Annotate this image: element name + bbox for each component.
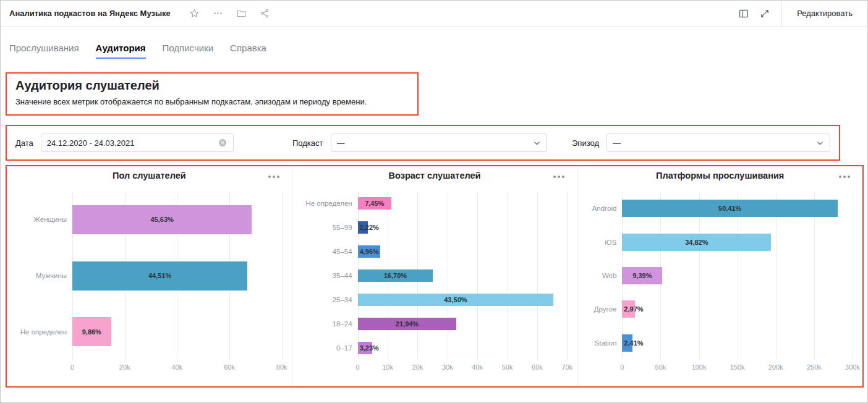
split-view-icon[interactable] [738, 8, 749, 19]
category-label: Мужчины [7, 248, 72, 304]
axis-tick-label: 50k [655, 363, 666, 371]
star-icon[interactable] [189, 8, 200, 19]
dashboard-page: Аналитика подкастов на Яндекс Музыке [0, 0, 868, 403]
episode-filter: Эпизод — [572, 134, 830, 152]
bar[interactable] [358, 294, 553, 306]
edit-area: Редактировать [781, 1, 867, 27]
plot-area: 45,63%44,51%9,86% [72, 192, 282, 360]
page-title: Аналитика подкастов на Яндекс Музыке [9, 9, 171, 18]
gridline [853, 192, 853, 360]
bar-row: 2,97% [622, 292, 853, 326]
axis-tick-label: 30k [442, 363, 453, 371]
episode-filter-label: Эпизод [572, 138, 599, 148]
bar[interactable] [622, 267, 662, 284]
axis-tick-label: 80k [276, 363, 287, 371]
chevron-down-icon [533, 139, 541, 147]
charts-section: Пол слушателей ЖенщиныМужчиныНе определе… [6, 165, 864, 388]
ellipsis-menu-icon[interactable] [838, 173, 851, 180]
edit-button[interactable]: Редактировать [797, 9, 853, 18]
bar[interactable] [622, 234, 771, 251]
bar-row: 2,22% [358, 216, 568, 240]
axis-tick-label: 250k [807, 363, 822, 371]
axis-tick-label: 20k [119, 363, 130, 371]
bar[interactable] [622, 300, 634, 318]
date-range-input[interactable]: 24.12.2020 - 24.03.2021 [41, 134, 234, 152]
axis-tick-label: 60k [532, 363, 543, 371]
value-axis: 010k20k30k40k50k60k70k [358, 360, 568, 375]
bar[interactable] [72, 205, 252, 234]
tab-help[interactable]: Справка [230, 43, 266, 59]
category-label: Не определен [292, 192, 358, 216]
bar-row: 43,50% [358, 287, 568, 312]
header-actions-left [189, 8, 270, 19]
axis-tick-label: 100k [692, 363, 707, 371]
axis-tick-label: 200k [768, 363, 783, 371]
bar[interactable] [358, 245, 380, 258]
fullscreen-icon[interactable] [759, 8, 770, 19]
more-icon[interactable] [213, 8, 223, 19]
top-bar: Аналитика подкастов на Яндекс Музыке [1, 1, 867, 27]
bar-row: 3,23% [358, 336, 568, 360]
plot-area: 7,45%2,22%4,96%16,70%43,50%21,94%3,23% [358, 192, 568, 360]
folder-icon[interactable] [236, 8, 247, 19]
category-label: Station [577, 326, 622, 360]
bar-row: 44,51% [72, 248, 282, 304]
category-label: Web [577, 259, 622, 292]
share-icon[interactable] [260, 8, 270, 19]
chart-title: Пол слушателей [7, 171, 292, 180]
gridline [282, 192, 283, 360]
bar[interactable] [358, 342, 373, 354]
bar[interactable] [358, 269, 433, 282]
category-label: 55–99 [292, 216, 358, 240]
bar[interactable] [358, 221, 368, 234]
axis-tick-label: 50k [502, 363, 513, 371]
axis-tick-label: 40k [171, 363, 182, 371]
category-label: 25–34 [292, 287, 358, 312]
category-label: 35–44 [292, 264, 358, 288]
category-axis: ЖенщиныМужчиныНе определен [7, 192, 72, 360]
bar[interactable] [622, 334, 632, 352]
axis-tick-label: 20k [412, 363, 423, 371]
category-label: Женщины [7, 192, 72, 248]
bar-row: 50,41% [622, 192, 853, 225]
bar-rows: 45,63%44,51%9,86% [72, 192, 282, 360]
chart-panel-gender: Пол слушателей ЖенщиныМужчиныНе определе… [7, 166, 292, 386]
chevron-down-icon [816, 139, 824, 147]
category-label: 18–24 [292, 312, 358, 336]
category-label: Другое [577, 292, 622, 326]
bar[interactable] [358, 197, 391, 210]
bar[interactable] [622, 200, 838, 217]
category-axis: AndroidiOSWebДругоеStation [577, 192, 622, 360]
bar-row: 9,39% [622, 259, 853, 292]
bar-row: 16,70% [358, 264, 568, 288]
bar-row: 2,41% [622, 326, 853, 360]
filters-section: Дата 24.12.2020 - 24.03.2021 Подкаст — Э… [6, 125, 840, 161]
axis-tick-label: 0 [356, 363, 360, 371]
tab-listens[interactable]: Прослушивания [9, 43, 79, 59]
ellipsis-menu-icon[interactable] [267, 173, 281, 180]
bar-rows: 7,45%2,22%4,96%16,70%43,50%21,94%3,23% [358, 192, 568, 360]
intro-section: Аудитория слушателей Значение всех метри… [6, 72, 419, 116]
ellipsis-menu-icon[interactable] [552, 173, 566, 180]
date-filter-label: Дата [15, 138, 33, 148]
bar[interactable] [72, 317, 111, 346]
episode-select[interactable]: — [606, 134, 830, 152]
chart-title: Платформы прослушивания [577, 171, 862, 180]
chart-title: Возраст слушателей [292, 171, 577, 180]
gridline [567, 192, 568, 360]
tab-subscribers[interactable]: Подписчики [163, 43, 214, 59]
tab-audience[interactable]: Аудитория [96, 43, 146, 59]
podcast-select-value: — [337, 138, 529, 148]
podcast-select[interactable]: — [331, 134, 547, 152]
section-title: Аудитория слушателей [15, 78, 409, 93]
bar-row: 21,94% [358, 312, 568, 336]
bar[interactable] [358, 318, 457, 330]
category-label: 45–54 [292, 240, 358, 264]
bar[interactable] [72, 261, 247, 291]
clear-icon[interactable] [218, 138, 228, 148]
episode-select-value: — [613, 138, 812, 148]
category-axis: Не определен55–9945–5435–4425–3418–240–1… [292, 192, 358, 360]
plot-area: 50,41%34,82%9,39%2,97%2,41% [622, 192, 853, 360]
value-axis: 050k100k150k200k250k300k [622, 360, 853, 375]
bar-rows: 50,41%34,82%9,39%2,97%2,41% [622, 192, 853, 360]
